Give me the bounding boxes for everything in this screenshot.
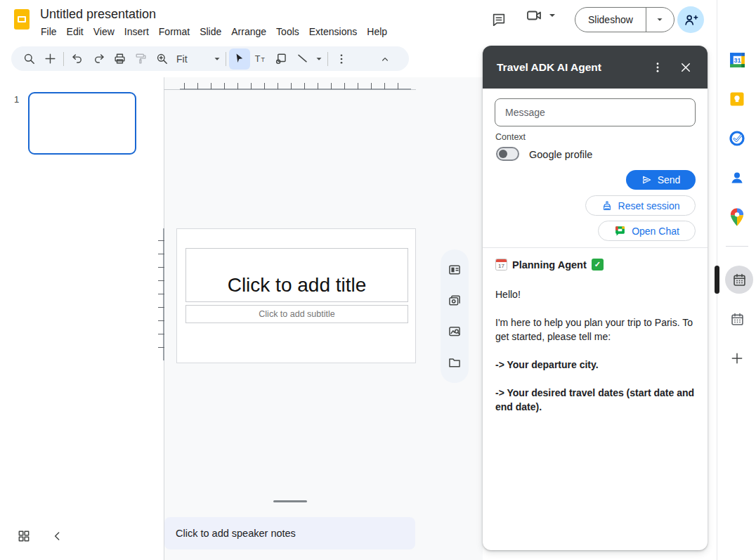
svg-text:T: T <box>254 54 260 64</box>
menu-bar: File Edit View Insert Format Slide Arran… <box>36 25 392 39</box>
get-add-ons-button[interactable] <box>727 349 747 368</box>
line-dropdown[interactable] <box>313 54 325 64</box>
layouts-button[interactable] <box>444 259 465 280</box>
google-maps-icon <box>729 207 745 227</box>
google-calendar-button[interactable]: 31 <box>727 50 747 70</box>
undo-button[interactable] <box>67 48 88 70</box>
agent-name: Planning Agent <box>512 259 587 271</box>
google-chat-logo-icon <box>614 225 626 237</box>
google-maps-button[interactable] <box>727 207 747 227</box>
undo-icon <box>71 52 84 65</box>
agent-point-1: -> Your departure city. <box>495 358 700 372</box>
text-box-icon: T T <box>254 52 268 66</box>
panel-menu-button[interactable] <box>645 55 670 80</box>
addon-calendar-button[interactable] <box>727 309 747 329</box>
redo-button[interactable] <box>88 48 109 70</box>
side-quick-toolbar <box>441 249 469 383</box>
slide-number: 1 <box>14 94 19 105</box>
shape-icon <box>275 52 288 65</box>
google-contacts-button[interactable] <box>727 168 747 188</box>
share-button[interactable] <box>677 6 704 33</box>
folder-button[interactable] <box>444 352 465 373</box>
addon-calendar-active-button[interactable] <box>725 266 753 294</box>
check-mark-emoji: ✓ <box>592 259 604 271</box>
message-input[interactable] <box>495 98 696 126</box>
menu-format[interactable]: Format <box>154 25 195 39</box>
google-keep-button[interactable] <box>727 89 747 109</box>
join-call-button[interactable] <box>526 7 562 24</box>
open-chat-button[interactable]: Open Chat <box>598 221 696 241</box>
agent-intro: I'm here to help you plan your trip to P… <box>495 315 700 344</box>
panel-header: Travel ADK AI Agent <box>483 46 708 89</box>
menu-file[interactable]: File <box>36 25 62 39</box>
slides-logo[interactable] <box>14 9 30 30</box>
select-tool-button[interactable] <box>229 48 250 70</box>
slideshow-options-button[interactable] <box>646 8 674 32</box>
send-button[interactable]: Send <box>626 170 696 190</box>
zoom-fit-value[interactable]: Fit <box>172 53 190 65</box>
speaker-notes[interactable]: Click to add speaker notes <box>164 517 415 549</box>
collapse-toolbar-button[interactable] <box>374 48 396 70</box>
plus-icon <box>44 52 57 65</box>
send-icon <box>641 174 653 185</box>
cursor-icon <box>233 52 246 65</box>
more-tools-button[interactable] <box>331 48 352 70</box>
collapse-filmstrip-button[interactable] <box>51 529 65 543</box>
photos-button[interactable] <box>444 290 465 311</box>
image-search-icon <box>448 325 462 339</box>
calendar-emoji: 17 <box>495 259 507 271</box>
insert-shape-button[interactable] <box>271 48 292 70</box>
image-search-button[interactable] <box>444 321 465 342</box>
grid-view-button[interactable] <box>17 529 31 543</box>
broom-icon <box>601 200 613 211</box>
slide-thumbnail-1[interactable] <box>28 92 136 155</box>
panel-close-button[interactable] <box>673 55 698 80</box>
document-title[interactable]: Untitled presentation <box>40 7 156 22</box>
google-tasks-button[interactable] <box>727 129 747 148</box>
app-header: Untitled presentation File Edit View Ins… <box>0 0 756 42</box>
insert-line-button[interactable] <box>292 48 313 70</box>
chevron-up-icon <box>379 53 391 65</box>
chevron-down-icon[interactable] <box>547 10 558 21</box>
menu-view[interactable]: View <box>89 25 119 39</box>
menu-tools[interactable]: Tools <box>271 25 304 39</box>
reset-session-button[interactable]: Reset session <box>585 195 696 216</box>
three-dot-vertical-icon <box>335 53 348 65</box>
menu-insert[interactable]: Insert <box>119 25 154 39</box>
menu-arrange[interactable]: Arrange <box>226 25 271 39</box>
travel-adk-panel: Travel ADK AI Agent Context Google profi… <box>483 46 708 550</box>
close-icon <box>679 61 692 74</box>
main-toolbar: Fit T T <box>11 46 409 71</box>
paint-format-button[interactable] <box>130 48 151 70</box>
slideshow-split-button: Slideshow <box>575 7 674 32</box>
open-comments-button[interactable] <box>486 7 511 32</box>
print-button[interactable] <box>109 48 130 70</box>
menu-help[interactable]: Help <box>362 25 392 39</box>
workspace-side-rail: 31 <box>717 0 756 560</box>
calendar-addon-icon <box>732 273 747 287</box>
google-profile-toggle[interactable] <box>496 147 519 161</box>
menu-edit[interactable]: Edit <box>62 25 89 39</box>
zoom-button[interactable] <box>151 48 172 70</box>
svg-text:31: 31 <box>734 57 741 64</box>
new-slide-button[interactable] <box>39 48 60 70</box>
slide-editor[interactable]: Click to add title Click to add subtitle <box>176 228 416 363</box>
notes-resize-handle[interactable] <box>273 500 307 502</box>
context-label: Context <box>495 132 526 142</box>
zoom-fit-dropdown[interactable] <box>211 54 223 64</box>
video-camera-icon <box>526 7 542 24</box>
google-slides-app: Untitled presentation File Edit View Ins… <box>0 0 756 560</box>
menu-slide[interactable]: Slide <box>195 25 226 39</box>
layout-icon <box>448 263 462 277</box>
agent-point-2: -> Your desired travel dates (start date… <box>495 386 700 414</box>
title-placeholder[interactable]: Click to add title <box>185 248 408 302</box>
zoom-in-icon <box>155 52 169 65</box>
text-box-button[interactable]: T T <box>250 48 271 70</box>
grid-view-icon <box>17 529 31 543</box>
slideshow-button[interactable]: Slideshow <box>575 8 646 32</box>
google-tasks-icon <box>729 130 745 147</box>
subtitle-placeholder[interactable]: Click to add subtitle <box>185 305 408 323</box>
search-menus-button[interactable] <box>18 48 39 70</box>
menu-extensions[interactable]: Extensions <box>304 25 362 39</box>
redo-icon <box>92 52 105 65</box>
